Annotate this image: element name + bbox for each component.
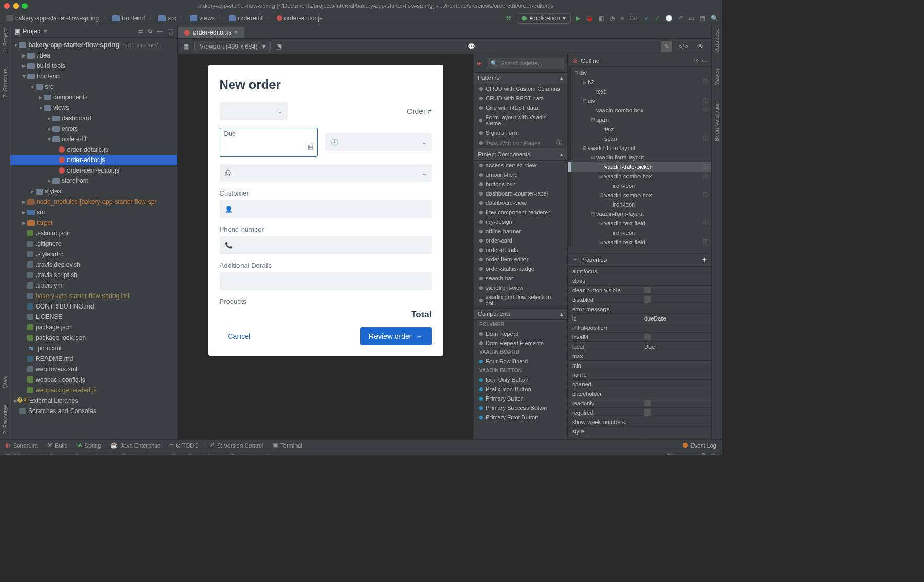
- outline-node[interactable]: ⊟vaadin-combo-boxⓘ: [571, 172, 711, 181]
- git-commit-icon[interactable]: ✓: [655, 15, 660, 22]
- maximize-window-icon[interactable]: [22, 3, 28, 9]
- palette-item[interactable]: CRUD with Custom Columns: [474, 84, 567, 94]
- palette-item[interactable]: storefront-view: [474, 283, 567, 292]
- property-row[interactable]: max: [568, 351, 711, 361]
- outline-node[interactable]: ⊟span: [571, 115, 711, 124]
- outline-node[interactable]: ⊟vaadin-form-layout: [571, 153, 711, 162]
- palette-item[interactable]: Four Row Board: [474, 357, 567, 366]
- tree-file[interactable]: LICENSE: [10, 312, 177, 322]
- git-branch[interactable]: Git: master: [666, 453, 694, 455]
- palette-item[interactable]: Dom Repeat: [474, 329, 567, 338]
- outline-node[interactable]: —vaadin-date-pickerⓘ: [571, 162, 711, 172]
- coverage-icon[interactable]: ◧: [599, 15, 604, 22]
- outline-node[interactable]: text: [571, 124, 711, 134]
- close-window-icon[interactable]: [4, 3, 10, 9]
- gutter-web[interactable]: Web: [2, 376, 8, 388]
- additional-field[interactable]: [220, 272, 432, 290]
- tree-folder[interactable]: ▸node_modules [bakery-app-starter-flow-s…: [10, 197, 177, 207]
- property-row[interactable]: invalid: [568, 333, 711, 342]
- status-combo[interactable]: ⌄: [220, 102, 288, 120]
- property-row[interactable]: show-week-numbers: [568, 417, 711, 427]
- palette-group-projcomp[interactable]: Project Components▴: [474, 149, 567, 161]
- minimize-window-icon[interactable]: [13, 3, 19, 9]
- scroll-from-source-icon[interactable]: ⇄: [138, 28, 143, 35]
- hide-icon[interactable]: ⬚: [167, 28, 173, 35]
- time-combo[interactable]: 🕘⌄: [325, 133, 432, 151]
- gutter-project[interactable]: 1: Project: [2, 28, 8, 52]
- gutter-favorites[interactable]: 2: Favorites: [2, 404, 8, 434]
- palette-search[interactable]: 🔍Search palette...: [487, 58, 564, 69]
- outline-node[interactable]: ⊟h2ⓘ: [571, 77, 711, 87]
- palette-item[interactable]: Prefix Icon Button: [474, 384, 567, 394]
- tree-file-selected[interactable]: order-editor.js: [10, 155, 177, 165]
- profile-icon[interactable]: ◔: [610, 15, 615, 22]
- palette-item[interactable]: vaadin-grid-flow-selection-col...: [474, 292, 567, 308]
- palette-item[interactable]: order-card: [474, 236, 567, 245]
- tree-file[interactable]: webdrivers.xml: [10, 364, 177, 374]
- tree-file[interactable]: order-details.js: [10, 144, 177, 155]
- palette-item[interactable]: CRUD with REST data: [474, 94, 567, 103]
- palette-item[interactable]: Form layout with Vaadin eleme...: [474, 112, 567, 128]
- tree-folder[interactable]: ▸build-tools: [10, 61, 177, 71]
- tree-folder[interactable]: ▸src: [10, 207, 177, 218]
- palette-item[interactable]: Signup Form: [474, 128, 567, 138]
- breadcrumb[interactable]: views: [187, 14, 218, 23]
- tree-file[interactable]: package-lock.json: [10, 333, 177, 343]
- rotate-icon[interactable]: ⬔: [276, 43, 282, 50]
- tree-folder[interactable]: ▸storefront: [10, 176, 177, 186]
- palette-group-patterns[interactable]: Patterns▴: [474, 72, 567, 84]
- run-icon[interactable]: ▶: [576, 15, 580, 22]
- palette-item[interactable]: buttons-bar: [474, 179, 567, 189]
- tree-file[interactable]: .travis.yml: [10, 280, 177, 291]
- outline-node[interactable]: iron-icon: [571, 228, 711, 237]
- tree-folder[interactable]: ▸styles: [10, 186, 177, 197]
- tree-file[interactable]: webpack.config.js: [10, 374, 177, 385]
- git-revert-icon[interactable]: ↶: [678, 15, 683, 22]
- outline-node[interactable]: iron-icon: [571, 200, 711, 209]
- palette-item[interactable]: Tabs With Iron Pagesⓘ: [474, 138, 567, 149]
- tree-folder[interactable]: ▾views: [10, 102, 177, 113]
- palette-item[interactable]: order-item-editor: [474, 255, 567, 264]
- tree-file[interactable]: mpom.xml: [10, 343, 177, 353]
- palette-item[interactable]: offline-banner: [474, 226, 567, 236]
- event-log-button[interactable]: Event Log: [683, 442, 716, 449]
- outline-actions-icon[interactable]: ⊙: [694, 57, 699, 64]
- toolwin-spring[interactable]: ❀Spring: [77, 442, 101, 449]
- tree-folder[interactable]: ▾src: [10, 82, 177, 92]
- tree-file[interactable]: .stylelintrc: [10, 249, 177, 259]
- gutter-bean-validation[interactable]: Bean Validation: [714, 101, 720, 141]
- due-date-picker[interactable]: Due ▦: [220, 128, 318, 157]
- stop-icon[interactable]: ■: [620, 15, 624, 22]
- palette-item[interactable]: Icon Only Button: [474, 375, 567, 384]
- palette-item[interactable]: access-denied-view: [474, 161, 567, 170]
- ide-toolbox-icon[interactable]: ▭: [689, 15, 694, 22]
- tree-root[interactable]: ▾bakery-app-starter-flow-spring~/Documen…: [10, 40, 177, 50]
- debug-icon[interactable]: 🐞: [586, 15, 594, 22]
- toolwin-vcs[interactable]: ⎇9: Version Control: [208, 442, 263, 449]
- palette-item[interactable]: my-design: [474, 217, 567, 226]
- gutter-maven[interactable]: Maven: [714, 69, 720, 86]
- viewport-select[interactable]: Viewport (499 x 684)▾: [194, 41, 271, 52]
- search-everywhere-icon[interactable]: 🔍: [711, 15, 718, 22]
- breadcrumb[interactable]: frontend: [110, 14, 147, 23]
- tree-folder[interactable]: ▸dashboard: [10, 113, 177, 123]
- tree-external-libs[interactable]: ▸�책External Libraries: [10, 395, 177, 406]
- property-row[interactable]: initial-position: [568, 323, 711, 333]
- tree-folder[interactable]: ▾orderedit: [10, 134, 177, 144]
- tree-file[interactable]: .travis.script.sh: [10, 270, 177, 280]
- outline-node[interactable]: text: [571, 87, 711, 96]
- tree-file[interactable]: webpack.generated.js: [10, 385, 177, 395]
- outline-node[interactable]: ⊟vaadin-text-fieldⓘ: [571, 237, 711, 247]
- git-update-icon[interactable]: ↙: [644, 15, 649, 22]
- run-config-select[interactable]: ⬢Application▾: [517, 13, 571, 24]
- gutter-structure[interactable]: 7: Structure: [2, 68, 8, 98]
- location-combo[interactable]: @⌄: [220, 164, 432, 182]
- chat-icon[interactable]: 💬: [467, 43, 475, 50]
- breadcrumb-project[interactable]: bakery-app-starter-flow-spring: [3, 14, 101, 23]
- outline-node[interactable]: vaadin-combo-boxⓘ: [571, 106, 711, 115]
- palette-item[interactable]: dashboard-view: [474, 198, 567, 208]
- calendar-icon[interactable]: ▦: [307, 143, 313, 151]
- collapse-icon[interactable]: —: [157, 28, 163, 35]
- property-row[interactable]: error-message: [568, 304, 711, 314]
- toolwin-build[interactable]: ⚒Build: [47, 442, 67, 449]
